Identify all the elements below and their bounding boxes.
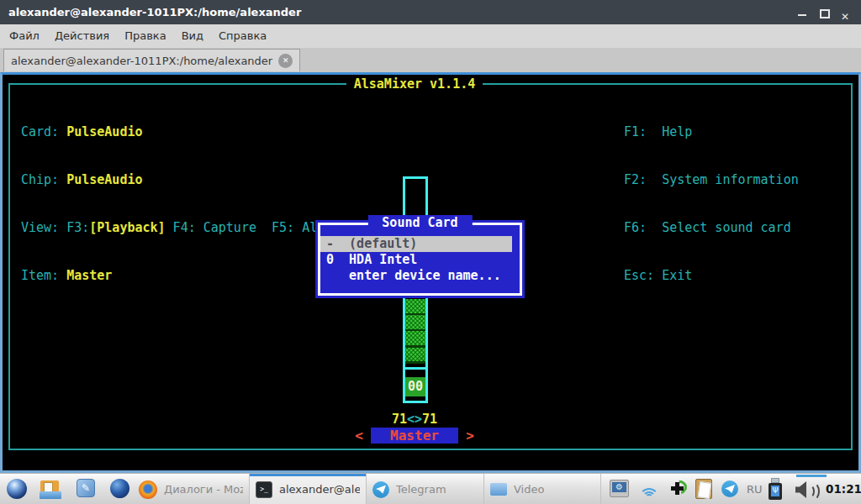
- file-manager-icon[interactable]: [40, 480, 60, 501]
- software-updater-icon[interactable]: ⚙: [610, 480, 629, 497]
- tab-bar: alexander@alexander-1011PX:/home/alexand…: [0, 48, 861, 72]
- usb-drive-icon[interactable]: Ψ: [767, 478, 784, 501]
- info-chip: Chip: PulseAudio: [21, 172, 325, 188]
- channel-name: Master: [371, 428, 457, 444]
- alsamixer-help: F1: Help F2: System information F6: Sele…: [624, 92, 799, 316]
- web-browser-icon[interactable]: [110, 479, 130, 499]
- task-button-video[interactable]: Video: [484, 474, 601, 504]
- clock[interactable]: 01:21: [826, 474, 861, 504]
- window-titlebar: alexander@alexander-1011PX:/home/alexand…: [0, 0, 861, 24]
- task-label: Диалоги - Mozilla: [164, 483, 243, 496]
- minimize-icon[interactable]: [797, 8, 807, 18]
- taskbar: ✎ Диалоги - Mozilla >_ alexander@alexand…: [0, 473, 861, 504]
- alsamixer-info: Card: PulseAudio Chip: PulseAudio View: …: [21, 92, 325, 316]
- task-button-firefox[interactable]: Диалоги - Mozilla: [133, 474, 250, 504]
- terminal-icon: >_: [256, 481, 272, 498]
- task-button-telegram[interactable]: Telegram: [367, 474, 484, 504]
- firefox-icon: [139, 480, 157, 499]
- task-label: alexander@alexander-1011PX:/home/alexand…: [279, 483, 360, 496]
- window-controls: ✕: [797, 8, 861, 18]
- channel-arrow-right: >: [458, 428, 474, 444]
- video-window-icon: [490, 483, 507, 496]
- menu-help[interactable]: Справка: [211, 24, 274, 48]
- task-button-terminal[interactable]: >_ alexander@alexander-1011PX:/home/alex…: [250, 474, 367, 504]
- help-esc: Esc: Exit: [624, 268, 799, 284]
- telegram-tray-icon[interactable]: [721, 480, 738, 497]
- menu-view[interactable]: Вид: [174, 24, 211, 48]
- dialog-row-default[interactable]: - (default): [320, 236, 512, 252]
- menu-edit[interactable]: Правка: [117, 24, 173, 48]
- info-item: Item: Master: [21, 268, 325, 284]
- terminal-tab[interactable]: alexander@alexander-1011PX:/home/alexand…: [3, 49, 300, 71]
- help-f1: F1: Help: [624, 124, 799, 140]
- tab-close-icon[interactable]: ✕: [278, 54, 293, 68]
- sound-card-dialog: Sound Card - (default) 0 HDA Intel enter…: [315, 220, 525, 298]
- volume-db-cell: 00: [405, 377, 425, 396]
- clipboard-icon[interactable]: [695, 479, 712, 499]
- task-label: Video: [514, 483, 544, 496]
- volume-bar-fill: [405, 299, 425, 364]
- wifi-icon[interactable]: [639, 481, 659, 496]
- health-plus-icon[interactable]: [668, 480, 687, 498]
- volume-bar-filled: 00: [403, 298, 428, 403]
- app-launcher-icon[interactable]: [7, 479, 27, 499]
- volume-bar-divider: [403, 367, 428, 370]
- dialog-row-enter-device[interactable]: enter device name...: [320, 268, 520, 284]
- desktop: alexander@alexander-1011PX:/home/alexand…: [0, 0, 861, 504]
- telegram-icon: [372, 481, 389, 498]
- volume-bar-empty: [403, 176, 428, 220]
- window-title: alexander@alexander-1011PX:/home/alexand…: [0, 6, 797, 18]
- tray-indicator-line: [796, 475, 827, 477]
- channel-label: < Master >: [3, 428, 827, 444]
- volume-level-label: 71<>71: [3, 412, 827, 428]
- tab-title: alexander@alexander-1011PX:/home/alexand…: [11, 55, 272, 67]
- close-icon[interactable]: ✕: [841, 8, 851, 18]
- dialog-title: Sound Card: [367, 215, 472, 231]
- task-label: Telegram: [396, 483, 446, 496]
- alsamixer-title: AlsaMixer v1.1.4: [3, 76, 827, 92]
- info-view: View: F3:[Playback] F4: Capture F5: All: [21, 220, 325, 236]
- active-task-indicator: [250, 474, 366, 476]
- volume-icon[interactable]: [795, 480, 817, 499]
- info-card: Card: PulseAudio: [21, 124, 325, 140]
- menu-actions[interactable]: Действия: [47, 24, 117, 48]
- channel-arrow-left: <: [355, 428, 371, 444]
- help-f6: F6: Select sound card: [624, 220, 799, 236]
- terminal-area: AlsaMixer v1.1.4 Card: PulseAudio Chip: …: [0, 72, 861, 473]
- maximize-icon[interactable]: [819, 8, 829, 18]
- menu-file[interactable]: Файл: [2, 24, 47, 48]
- text-editor-icon[interactable]: ✎: [77, 479, 97, 499]
- help-f2: F2: System information: [624, 172, 799, 188]
- menu-bar: Файл Действия Правка Вид Справка: [0, 24, 861, 48]
- keyboard-layout-indicator[interactable]: RU: [747, 474, 763, 504]
- dialog-row-hda-intel[interactable]: 0 HDA Intel: [320, 252, 520, 268]
